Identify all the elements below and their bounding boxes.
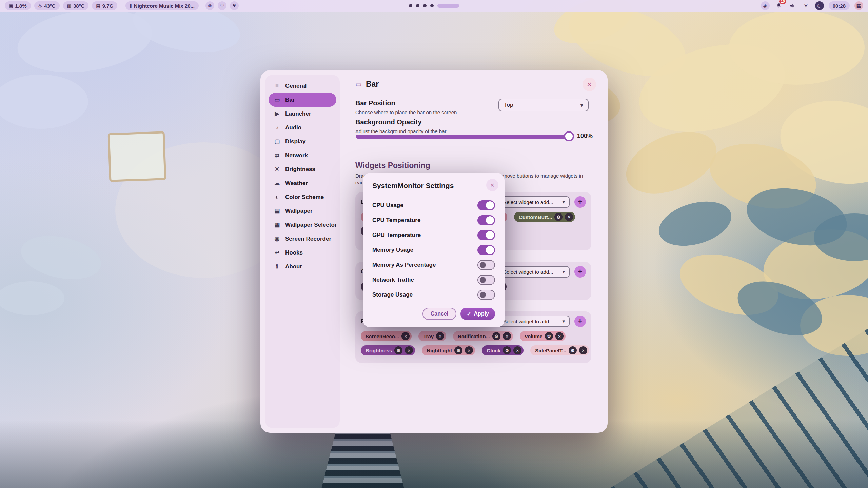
apply-button[interactable]: ✓ Apply: [460, 308, 495, 320]
sidebar-item-display[interactable]: ▢ Display: [269, 135, 336, 148]
cpu-usage-pill[interactable]: ▣ 1.8%: [5, 1, 31, 10]
widget-settings-gear-icon[interactable]: ⚙: [492, 332, 500, 340]
cpu-usage-toggle[interactable]: [477, 200, 495, 210]
slider-thumb[interactable]: [564, 131, 574, 141]
widget-chip-clock[interactable]: Clock ⚙ ×: [482, 345, 524, 355]
volume-icon[interactable]: [788, 1, 797, 10]
info-icon: ℹ: [273, 263, 281, 270]
sidebar-item-wallpaper[interactable]: ▤ Wallpaper: [269, 204, 336, 218]
widget-remove-icon[interactable]: ×: [465, 346, 473, 354]
left-widget-add-select[interactable]: Select widget to add... ▾: [498, 196, 570, 208]
media-player-pill[interactable]: ∥ Nightcore Music Mix 20...: [125, 1, 199, 10]
statusbar-right: ◈ 10 ☀ ☾ 00:28: [761, 1, 863, 10]
widget-chip-tray[interactable]: Tray ×: [418, 331, 446, 341]
network-traffic-toggle[interactable]: [477, 275, 495, 285]
widgets-positioning-title: Widgets Positioning: [355, 161, 430, 170]
toggle-row-gpu-temperature: GPU Temperature: [372, 228, 495, 243]
modal-close-button[interactable]: ×: [486, 179, 498, 191]
brightness-icon: ☀: [273, 166, 281, 173]
widget-remove-icon[interactable]: ×: [565, 213, 573, 221]
widget-remove-icon[interactable]: ×: [513, 346, 521, 354]
window-close-button[interactable]: ×: [583, 78, 596, 91]
widget-settings-gear-icon[interactable]: ⚙: [454, 346, 462, 354]
right-widget-add-select[interactable]: Select widget to add... ▾: [498, 316, 570, 327]
systemmonitor-settings-modal: SystemMonitor Settings × CPU Usage CPU T…: [363, 173, 505, 327]
widget-settings-gear-icon[interactable]: ⚙: [394, 346, 402, 354]
sidebar-item-hooks[interactable]: ↩ Hooks: [269, 246, 336, 260]
center-widget-add-select[interactable]: Select widget to add... ▾: [498, 266, 570, 278]
widget-chip-volume[interactable]: Volume ⚙ ×: [520, 331, 566, 341]
background-opacity-slider[interactable]: [356, 135, 573, 139]
widget-chip-custombutton[interactable]: CustomButt... ⚙ ×: [514, 212, 575, 222]
clock-pill[interactable]: 00:28: [829, 1, 850, 10]
widget-remove-icon[interactable]: ×: [405, 346, 413, 354]
night-light-icon[interactable]: ☾: [815, 1, 824, 10]
memory-pill[interactable]: ▤ 9.7G: [92, 1, 117, 10]
sidebar-item-network[interactable]: ⇄ Network: [269, 148, 336, 162]
memory-usage-toggle[interactable]: [477, 245, 495, 255]
heart-icon[interactable]: ♥: [230, 1, 239, 10]
workspace-active[interactable]: [437, 4, 459, 8]
left-add-widget-button[interactable]: +: [574, 196, 586, 208]
workspace-dot[interactable]: [423, 4, 427, 7]
cpu-temperature-toggle[interactable]: [477, 215, 495, 225]
memory-as-percentage-toggle[interactable]: [477, 260, 495, 270]
workspace-dot[interactable]: [416, 4, 419, 7]
widget-settings-gear-icon[interactable]: ⚙: [554, 213, 563, 221]
widget-remove-icon[interactable]: ×: [436, 332, 444, 340]
toggle-row-cpu-temperature: CPU Temperature: [372, 213, 495, 228]
wallpaper-whiteboard: [108, 131, 166, 182]
smiley-icon[interactable]: ☺: [205, 1, 214, 10]
sidebar-item-launcher[interactable]: ▶ Launcher: [269, 107, 336, 121]
cpu-temp-pill[interactable]: ♨ 43°C: [34, 1, 60, 10]
bar-icon: ▭: [355, 80, 362, 88]
network-icon: ⇄: [273, 152, 281, 159]
widget-settings-gear-icon[interactable]: ⚙: [545, 332, 553, 340]
sidebar-item-weather[interactable]: ☁ Weather: [269, 176, 336, 190]
sidebar-item-color-scheme[interactable]: ◐ Color Scheme: [269, 190, 336, 204]
right-add-widget-button[interactable]: +: [574, 316, 586, 327]
bar-position-select[interactable]: Top ▾: [498, 99, 589, 111]
sidebar-item-brightness[interactable]: ☀ Brightness: [269, 162, 336, 176]
sidebar-item-wallpaper-selector[interactable]: ▦ Wallpaper Selector: [269, 218, 336, 232]
memory-value: 9.7G: [102, 3, 114, 9]
gpu-temp-pill[interactable]: ▥ 38°C: [63, 1, 89, 10]
widget-remove-icon[interactable]: ×: [401, 332, 410, 340]
sidebar-item-audio[interactable]: ♪ Audio: [269, 121, 336, 135]
sidebar-item-about[interactable]: ℹ About: [269, 260, 336, 273]
widget-chip-notifications[interactable]: Notification... ⚙ ×: [453, 331, 513, 341]
workspace-dot[interactable]: [409, 4, 412, 7]
workspace-dot[interactable]: [430, 4, 434, 7]
plus-icon: +: [578, 267, 583, 276]
cpu-icon: ▣: [9, 3, 13, 8]
widget-settings-gear-icon[interactable]: ⚙: [569, 346, 577, 354]
toggle-list: CPU Usage CPU Temperature GPU Temperatur…: [372, 198, 495, 302]
widget-chip-sidepaneltoggle[interactable]: SidePanelT... ⚙ ×: [530, 345, 589, 355]
color-scheme-icon[interactable]: ◈: [761, 1, 770, 10]
heart-outline-icon[interactable]: ♡: [218, 1, 226, 10]
widget-chip-brightness[interactable]: Brightness ⚙ ×: [361, 345, 415, 355]
sidebar-item-screen-recorder[interactable]: ◉ Screen Recorder: [269, 232, 336, 246]
check-icon: ✓: [467, 311, 471, 317]
widget-remove-icon[interactable]: ×: [503, 332, 511, 340]
bar-position-description: Choose where to place the bar on the scr…: [355, 109, 458, 115]
sidebar-item-bar[interactable]: ▭ Bar: [269, 93, 336, 107]
tune-icon: ≡: [273, 83, 281, 89]
chevron-down-icon: ▾: [562, 269, 565, 275]
chevron-down-icon: ▾: [562, 318, 565, 324]
widget-remove-icon[interactable]: ×: [579, 346, 587, 354]
sidebar-item-general[interactable]: ≡ General: [269, 79, 336, 93]
center-add-widget-button[interactable]: +: [574, 266, 586, 278]
desktop: ▣ 1.8% ♨ 43°C ▥ 38°C ▤ 9.7G ∥ Nightcore …: [0, 0, 868, 488]
cancel-button[interactable]: Cancel: [422, 308, 456, 320]
widget-remove-icon[interactable]: ×: [555, 332, 564, 340]
brightness-icon[interactable]: ☀: [802, 1, 810, 10]
widget-chip-nightlight[interactable]: NightLight ⚙ ×: [422, 345, 475, 355]
storage-usage-toggle[interactable]: [477, 290, 495, 300]
gpu-temperature-toggle[interactable]: [477, 230, 495, 240]
dashboard-grid-icon[interactable]: ▦: [854, 1, 863, 10]
widget-chip-screenrecorder[interactable]: ScreenReco... ×: [361, 331, 412, 341]
notifications-bell-icon[interactable]: 10: [774, 1, 783, 10]
clock-value: 00:28: [833, 3, 846, 9]
widget-settings-gear-icon[interactable]: ⚙: [503, 346, 511, 354]
